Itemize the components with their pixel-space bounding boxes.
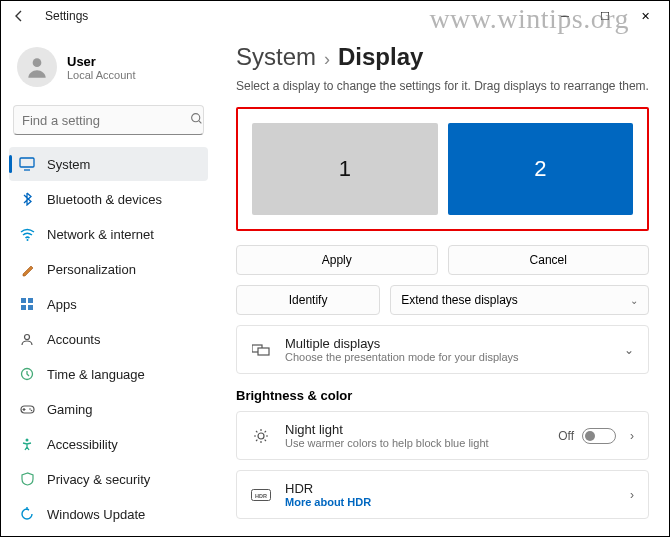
chevron-down-icon: ⌄ xyxy=(618,343,634,357)
svg-rect-5 xyxy=(28,298,33,303)
accessibility-icon xyxy=(19,436,35,452)
svg-point-3 xyxy=(26,239,28,241)
svg-rect-15 xyxy=(258,348,269,355)
card-title: HDR xyxy=(285,481,610,496)
display-mode-dropdown[interactable]: Extend these displays ⌄ xyxy=(390,285,649,315)
time-icon xyxy=(19,366,35,382)
update-icon xyxy=(19,506,35,522)
svg-rect-6 xyxy=(21,305,26,310)
accounts-icon xyxy=(19,331,35,347)
breadcrumb: System › Display xyxy=(236,43,649,71)
search-icon xyxy=(190,111,203,129)
sidebar-item-personalization[interactable]: Personalization xyxy=(9,252,208,286)
breadcrumb-sep: › xyxy=(324,49,330,70)
sidebar-item-privacy[interactable]: Privacy & security xyxy=(9,462,208,496)
hdr-link[interactable]: More about HDR xyxy=(285,496,610,508)
minimize-button[interactable]: ─ xyxy=(545,2,585,30)
chevron-down-icon: ⌄ xyxy=(630,295,638,306)
close-button[interactable]: ✕ xyxy=(625,2,665,30)
system-icon xyxy=(19,156,35,172)
svg-point-8 xyxy=(25,335,30,340)
card-title: Night light xyxy=(285,422,544,437)
network-icon xyxy=(19,226,35,242)
sidebar-item-label: Network & internet xyxy=(47,227,154,242)
highlight-box: 1 2 xyxy=(236,107,649,231)
nav: System Bluetooth & devices Network & int… xyxy=(7,147,210,531)
sidebar-item-accessibility[interactable]: Accessibility xyxy=(9,427,208,461)
sidebar: User Local Account System Bluetooth & de… xyxy=(1,31,216,536)
app-title: Settings xyxy=(45,9,88,23)
avatar xyxy=(17,47,57,87)
svg-point-11 xyxy=(29,408,31,410)
cancel-button[interactable]: Cancel xyxy=(448,245,650,275)
apps-icon xyxy=(19,296,35,312)
chevron-right-icon: › xyxy=(624,488,634,502)
sidebar-item-bluetooth[interactable]: Bluetooth & devices xyxy=(9,182,208,216)
night-light-icon xyxy=(251,428,271,444)
svg-point-13 xyxy=(26,439,29,442)
search-box[interactable] xyxy=(13,105,204,135)
sidebar-item-network[interactable]: Network & internet xyxy=(9,217,208,251)
gaming-icon xyxy=(19,401,35,417)
privacy-icon xyxy=(19,471,35,487)
svg-point-1 xyxy=(192,114,200,122)
sidebar-item-label: Gaming xyxy=(47,402,93,417)
identify-button[interactable]: Identify xyxy=(236,285,380,315)
sidebar-item-label: Time & language xyxy=(47,367,145,382)
chevron-right-icon: › xyxy=(624,429,634,443)
sidebar-item-accounts[interactable]: Accounts xyxy=(9,322,208,356)
sidebar-item-label: Apps xyxy=(47,297,77,312)
bluetooth-icon xyxy=(19,191,35,207)
user-name: User xyxy=(67,54,136,69)
user-block[interactable]: User Local Account xyxy=(7,43,210,101)
multiple-displays-icon xyxy=(251,343,271,357)
sidebar-item-label: Privacy & security xyxy=(47,472,150,487)
sidebar-item-label: Bluetooth & devices xyxy=(47,192,162,207)
breadcrumb-system[interactable]: System xyxy=(236,43,316,71)
svg-point-0 xyxy=(33,58,42,67)
apply-button[interactable]: Apply xyxy=(236,245,438,275)
sidebar-item-apps[interactable]: Apps xyxy=(9,287,208,321)
sidebar-item-gaming[interactable]: Gaming xyxy=(9,392,208,426)
sidebar-item-label: Personalization xyxy=(47,262,136,277)
sidebar-item-label: Windows Update xyxy=(47,507,145,522)
sidebar-item-label: Accounts xyxy=(47,332,100,347)
user-sub: Local Account xyxy=(67,69,136,81)
sidebar-item-update[interactable]: Windows Update xyxy=(9,497,208,531)
hdr-icon: HDR xyxy=(251,489,271,501)
hdr-card[interactable]: HDR HDR More about HDR › xyxy=(236,470,649,519)
page-title: Display xyxy=(338,43,423,71)
night-light-toggle[interactable] xyxy=(582,428,616,444)
back-button[interactable] xyxy=(5,2,33,30)
content: System › Display Select a display to cha… xyxy=(216,31,669,536)
sidebar-item-label: System xyxy=(47,157,90,172)
svg-rect-7 xyxy=(28,305,33,310)
maximize-button[interactable]: ☐ xyxy=(585,2,625,30)
svg-rect-2 xyxy=(20,158,34,167)
svg-rect-4 xyxy=(21,298,26,303)
sidebar-item-system[interactable]: System xyxy=(9,147,208,181)
sidebar-item-time[interactable]: Time & language xyxy=(9,357,208,391)
card-title: Multiple displays xyxy=(285,336,604,351)
titlebar: Settings ─ ☐ ✕ xyxy=(1,1,669,31)
page-description: Select a display to change the settings … xyxy=(236,79,649,93)
multiple-displays-card[interactable]: Multiple displays Choose the presentatio… xyxy=(236,325,649,374)
toggle-state-label: Off xyxy=(558,429,574,443)
sidebar-item-label: Accessibility xyxy=(47,437,118,452)
personalization-icon xyxy=(19,261,35,277)
display-mode-label: Extend these displays xyxy=(401,293,518,307)
card-subtitle: Use warmer colors to help block blue lig… xyxy=(285,437,544,449)
monitor-2[interactable]: 2 xyxy=(448,123,634,215)
monitor-1[interactable]: 1 xyxy=(252,123,438,215)
svg-point-16 xyxy=(258,433,264,439)
svg-text:HDR: HDR xyxy=(255,492,267,498)
card-subtitle: Choose the presentation mode for your di… xyxy=(285,351,604,363)
night-light-card[interactable]: Night light Use warmer colors to help bl… xyxy=(236,411,649,460)
search-input[interactable] xyxy=(22,113,190,128)
section-brightness-color: Brightness & color xyxy=(236,388,649,403)
display-arrangement[interactable]: 1 2 xyxy=(244,115,641,223)
svg-point-12 xyxy=(30,409,32,411)
